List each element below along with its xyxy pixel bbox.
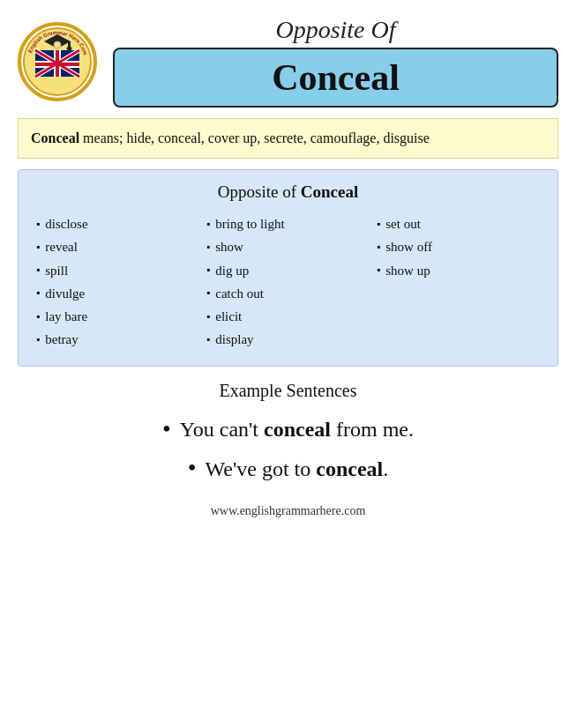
definition-box: Conceal means; hide, conceal, cover up, … <box>18 118 558 159</box>
column-1: disclose reveal spill divulge lay bare b… <box>33 212 203 352</box>
conceal-word-2: conceal <box>316 457 383 480</box>
list-item: show <box>206 235 370 258</box>
column-2: bring to light show dig up catch out eli… <box>203 212 373 352</box>
list-item: display <box>206 328 370 351</box>
list-item: catch out <box>206 282 370 305</box>
examples-title: Example Sentences <box>219 381 356 401</box>
word-box: Conceal <box>113 48 558 108</box>
list-item: bring to light <box>206 212 370 235</box>
list-item: show off <box>377 235 540 258</box>
svg-point-12 <box>67 47 72 50</box>
col3-list: set out show off show up <box>377 212 540 282</box>
opposite-title-plain: Opposite of <box>218 182 301 201</box>
definition-word: Conceal <box>31 130 79 145</box>
col1-list: disclose reveal spill divulge lay bare b… <box>36 212 199 352</box>
main-title: Opposite Of <box>113 16 558 44</box>
svg-rect-9 <box>56 50 59 77</box>
sentences: • You can't conceal from me. • We've got… <box>18 410 558 489</box>
sentence-1-text: You can't conceal from me. <box>180 412 414 446</box>
sentence-1: • You can't conceal from me. <box>18 410 558 449</box>
opposite-box: Opposite of Conceal disclose reveal spil… <box>18 169 558 367</box>
sentence-2-text: We've got to conceal. <box>206 452 389 486</box>
list-item: betray <box>36 328 199 351</box>
columns: disclose reveal spill divulge lay bare b… <box>33 212 543 352</box>
opposite-box-title: Opposite of Conceal <box>33 182 543 202</box>
website-url: www.englishgrammarhere.com <box>211 504 366 518</box>
column-3: set out show off show up <box>373 212 543 352</box>
main-word: Conceal <box>272 57 400 98</box>
sentence-2: • We've got to conceal. <box>18 449 558 488</box>
list-item: divulge <box>36 282 199 305</box>
bullet-1: • <box>162 410 171 449</box>
conceal-word-1: conceal <box>264 418 331 441</box>
list-item: show up <box>377 259 540 282</box>
definition-text: means; hide, conceal, cover up, secrete,… <box>79 130 430 145</box>
list-item: elicit <box>206 305 370 328</box>
svg-point-13 <box>54 41 61 48</box>
header: English Grammar Here.Com Opposite Of Con… <box>18 16 558 108</box>
list-item: dig up <box>206 259 370 282</box>
opposite-title-bold: Conceal <box>301 182 358 201</box>
list-item: set out <box>377 212 540 235</box>
list-item: lay bare <box>36 305 199 328</box>
list-item: spill <box>36 259 199 282</box>
list-item: disclose <box>36 212 199 235</box>
title-area: Opposite Of Conceal <box>113 16 558 108</box>
col2-list: bring to light show dig up catch out eli… <box>206 212 370 352</box>
logo: English Grammar Here.Com <box>18 22 97 101</box>
list-item: reveal <box>36 235 199 258</box>
bullet-2: • <box>188 449 197 488</box>
